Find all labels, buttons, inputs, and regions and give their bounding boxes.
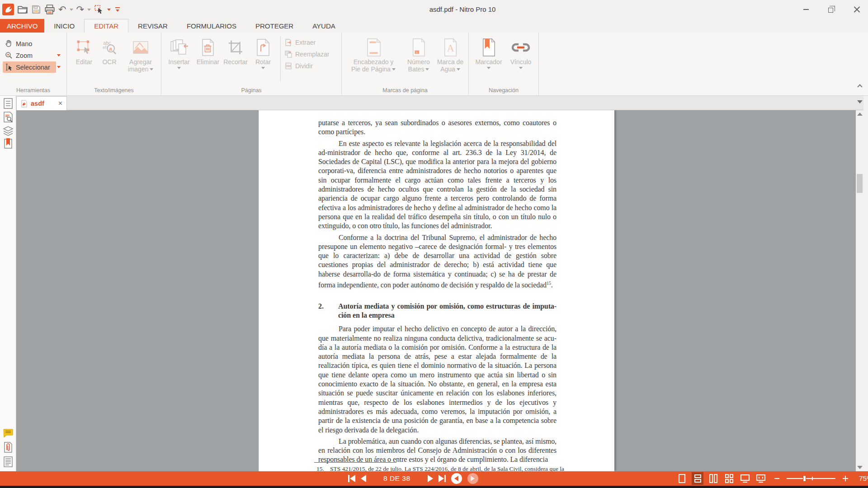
- undo-dropdown-icon[interactable]: [70, 9, 73, 11]
- tab-proteger[interactable]: PROTEGER: [246, 19, 303, 33]
- first-page-button[interactable]: [348, 475, 355, 482]
- numero-bates-button[interactable]: 1 Número Bates: [403, 33, 434, 73]
- zoom-tool-dropdown-icon[interactable]: [57, 50, 61, 61]
- collapse-ribbon-button[interactable]: [857, 84, 863, 89]
- page-indicator[interactable]: 8 DE 38: [372, 473, 422, 484]
- svg-text:1: 1: [416, 51, 418, 54]
- layers-panel-button[interactable]: [3, 125, 14, 137]
- nitro-logo-icon[interactable]: [2, 3, 14, 16]
- zoom-out-button[interactable]: [771, 472, 783, 485]
- view-continuous-button[interactable]: [692, 472, 703, 485]
- vinculo-button[interactable]: Vínculo: [507, 33, 535, 69]
- zoom-tool-label: Zoom: [16, 52, 33, 59]
- minimize-button[interactable]: [800, 4, 812, 15]
- rotar-button[interactable]: Rotar: [251, 33, 275, 69]
- save-button[interactable]: [31, 3, 41, 16]
- undo-button[interactable]: ↶: [58, 3, 66, 16]
- restore-button[interactable]: [826, 4, 837, 15]
- zoom-slider[interactable]: [787, 475, 835, 482]
- insertar-button[interactable]: Insertar: [165, 33, 193, 69]
- open-file-button[interactable]: [17, 3, 28, 16]
- view-and-zoom-controls: 75%: [676, 471, 868, 486]
- vinculo-dropdown-icon[interactable]: [519, 67, 523, 69]
- document-canvas[interactable]: putarse a terceros, ya sean subordinados…: [16, 110, 856, 471]
- print-button[interactable]: [44, 3, 55, 16]
- comments-panel-button[interactable]: [3, 428, 14, 440]
- redo-dropdown-icon[interactable]: [87, 9, 91, 11]
- view-facing-button[interactable]: [708, 472, 719, 485]
- pages-panel-button[interactable]: [3, 98, 14, 109]
- encabezado-dropdown-icon[interactable]: [392, 68, 396, 70]
- agregar-imagen-button[interactable]: Agregar imagen: [125, 33, 156, 73]
- marcador-dropdown-icon[interactable]: [487, 67, 491, 69]
- rotar-dropdown-icon[interactable]: [261, 67, 265, 69]
- ocr-button[interactable]: abcefa OCR: [98, 33, 121, 66]
- marca-de-agua-button[interactable]: A Marca de Agua: [435, 33, 466, 73]
- history-forward-button[interactable]: [467, 473, 478, 484]
- tab-inicio[interactable]: INICIO: [44, 19, 84, 33]
- attachments-panel-button[interactable]: [3, 441, 14, 453]
- scroll-down-icon[interactable]: [857, 466, 863, 469]
- previous-page-button[interactable]: [361, 475, 366, 482]
- extraer-button[interactable]: Extraer: [284, 37, 329, 48]
- pdf-doc-icon: [21, 100, 28, 108]
- close-button[interactable]: [851, 4, 863, 15]
- bates-dropdown-icon[interactable]: [425, 68, 429, 70]
- tab-editar[interactable]: EDITAR: [84, 19, 128, 33]
- bookmarks-panel-button[interactable]: [3, 138, 14, 150]
- ocr-icon: abcefa: [101, 37, 118, 58]
- fit-screen-button[interactable]: [739, 472, 751, 485]
- last-page-icon: [439, 475, 444, 482]
- select-tool-dropdown-icon[interactable]: [107, 9, 111, 11]
- tab-revisar[interactable]: REVISAR: [128, 19, 177, 33]
- recortar-button[interactable]: Recortar: [222, 33, 249, 66]
- tab-list-dropdown-icon[interactable]: [857, 100, 863, 103]
- redo-button[interactable]: ↷: [76, 3, 85, 16]
- reemplazar-button[interactable]: Reemplazar: [284, 48, 329, 60]
- fit-width-button[interactable]: [755, 472, 767, 485]
- dividir-button[interactable]: Dividir: [284, 60, 329, 72]
- tab-ayuda[interactable]: AYUDA: [303, 19, 345, 33]
- history-back-button[interactable]: [451, 473, 462, 484]
- zoom-slider-handle[interactable]: [803, 475, 806, 482]
- last-page-button[interactable]: [439, 475, 446, 482]
- encabezado-pie-button[interactable]: Encabezado y Pie de Página: [346, 33, 401, 73]
- agua-dropdown-icon[interactable]: [457, 68, 460, 70]
- insertar-dropdown-icon[interactable]: [177, 67, 181, 69]
- tab-archivo[interactable]: ARCHIVO: [0, 19, 44, 33]
- agregar-imagen-dropdown-icon[interactable]: [150, 68, 153, 70]
- document-tab-asdf[interactable]: asdf ×: [16, 96, 67, 110]
- paginas-small-buttons: Extraer Reemplazar Dividir: [284, 37, 329, 72]
- zoom-level[interactable]: 75%: [859, 474, 868, 483]
- scrollbar-thumb[interactable]: [857, 174, 863, 193]
- group-label-texto-imagenes: Texto/imágenes: [67, 87, 161, 94]
- tab-close-icon[interactable]: ×: [58, 100, 62, 107]
- editar-button[interactable]: Editar: [72, 33, 96, 66]
- hand-tool-label: Mano: [16, 40, 32, 47]
- vertical-scrollbar[interactable]: [856, 110, 863, 471]
- extraer-label: Extraer: [295, 39, 316, 46]
- scroll-up-icon[interactable]: [857, 113, 863, 116]
- pdf-page[interactable]: putarse a terceros, ya sean subordinados…: [259, 110, 614, 471]
- select-tool-ribbon-button[interactable]: Seleccionar: [3, 61, 56, 73]
- eliminar-button[interactable]: Eliminar: [195, 33, 221, 66]
- output-panel-button[interactable]: [3, 456, 14, 468]
- select-tool-button[interactable]: [94, 3, 104, 16]
- view-facing-continuous-button[interactable]: [723, 472, 735, 485]
- insertar-label: Insertar: [168, 58, 189, 66]
- replace-pages-icon: [284, 50, 292, 58]
- search-results-panel-button[interactable]: [3, 111, 14, 123]
- customize-toolbar-button[interactable]: [114, 3, 121, 16]
- group-herramientas: Mano Zoom Seleccionar Herramientas: [0, 33, 67, 95]
- view-single-page-button[interactable]: [676, 472, 688, 485]
- next-page-button[interactable]: [428, 475, 433, 482]
- zoom-tool-button[interactable]: Zoom: [3, 50, 34, 61]
- hand-tool-button[interactable]: Mano: [3, 38, 34, 49]
- select-tool-dropdown-ribbon-icon[interactable]: [57, 61, 61, 73]
- window-right-margin: [863, 96, 868, 471]
- tab-formularios[interactable]: FORMULARIOS: [177, 19, 246, 33]
- zoom-slider-track: [787, 478, 835, 479]
- zoom-in-button[interactable]: [840, 472, 851, 485]
- marcador-button[interactable]: Marcador: [472, 33, 505, 69]
- footnote-text: STS 421/2015, de 22 de julio. La STS 224…: [330, 465, 564, 471]
